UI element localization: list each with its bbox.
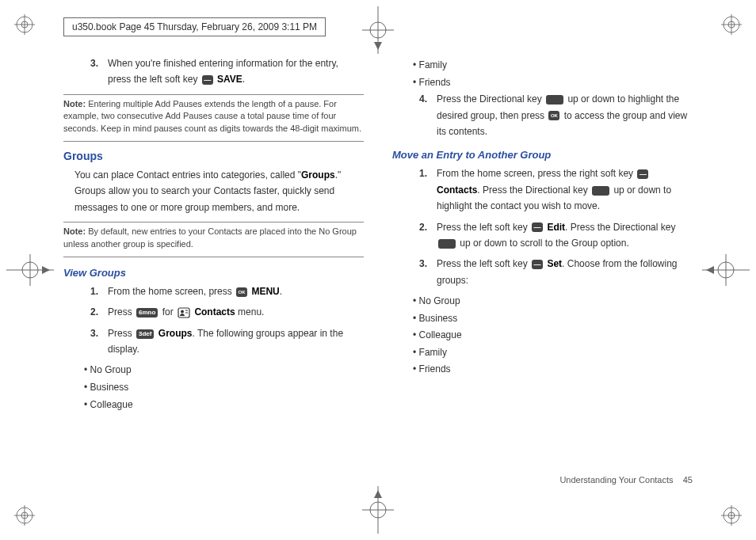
heading-view-groups: View Groups <box>63 267 364 279</box>
svg-marker-31 <box>374 490 382 498</box>
label-set: Set <box>547 258 562 269</box>
text: for <box>159 306 176 318</box>
label-groups: Groups <box>158 328 193 339</box>
side-crop-icon <box>354 6 402 54</box>
step: 3. When you're finished entering informa… <box>84 55 364 88</box>
svg-point-33 <box>181 310 184 314</box>
contacts-icon <box>178 307 190 318</box>
ok-key-icon <box>548 111 559 120</box>
note: Note: Entering multiple Add Pauses exten… <box>63 98 364 135</box>
step-text: Press the Directional key up or down to … <box>437 91 693 139</box>
list-item: Business <box>84 379 364 397</box>
step: 3. Press 3def Groups. The following grou… <box>84 325 364 358</box>
step: 4. Press the Directional key up or down … <box>413 91 693 139</box>
svg-marker-19 <box>42 266 50 274</box>
list-item: Business <box>413 310 693 328</box>
step-number: 3. <box>413 256 427 288</box>
note-text: Entering multiple Add Pauses extends the… <box>63 99 361 133</box>
bullet-list: Family Friends <box>392 57 693 91</box>
text: Press the left soft key <box>437 258 530 269</box>
step-text: Press the left soft key Set. Choose from… <box>437 256 693 288</box>
footer-section: Understanding Your Contacts <box>559 475 673 485</box>
text: Press the left soft key <box>437 222 530 233</box>
text: From the home screen, press the right so… <box>437 168 636 179</box>
list-item: Family <box>413 57 693 74</box>
bullet-list: No Group Business Colleague Family Frien… <box>392 293 693 378</box>
text: . <box>242 74 245 85</box>
side-crop-icon <box>6 246 54 294</box>
bullet-list: No Group Business Colleague <box>63 362 364 413</box>
text: menu. <box>235 306 265 318</box>
step-text: Press the left soft key Edit. Press the … <box>437 219 693 252</box>
label-contacts: Contacts <box>437 184 477 196</box>
soft-key-icon <box>637 169 648 179</box>
label-menu: MENU <box>251 286 279 297</box>
step: 1. From the home screen, press MENU. <box>84 283 364 299</box>
step: 1. From the home screen, press the right… <box>413 165 693 214</box>
divider <box>63 94 364 95</box>
list-item: Friends <box>413 361 693 378</box>
label-contacts: Contacts <box>194 306 235 318</box>
step-number: 1. <box>413 165 427 214</box>
digit-key-icon: 6mno <box>136 308 158 318</box>
note-text: By default, new entries to your Contacts… <box>63 226 357 248</box>
page-footer: Understanding Your Contacts 45 <box>559 475 693 485</box>
list-item: Colleague <box>413 327 693 344</box>
text-bold: Groups <box>301 169 335 181</box>
text: . <box>280 286 282 297</box>
step-number: 2. <box>84 304 98 320</box>
step-number: 1. <box>84 283 98 299</box>
text: Press <box>108 328 135 339</box>
directional-key-icon <box>438 239 456 249</box>
directional-key-icon <box>546 95 563 105</box>
draft-header: u350.book Page 45 Thursday, February 26,… <box>63 17 326 36</box>
soft-key-icon <box>532 260 543 269</box>
text: . Press the Directional key <box>565 222 675 233</box>
step-number: 3. <box>84 325 98 358</box>
list-item: Colleague <box>84 397 364 414</box>
text: Press <box>108 306 135 318</box>
step-text: Press 6mno for Contacts menu. <box>108 304 364 320</box>
text: up or down to scroll to the Group option… <box>457 238 629 249</box>
svg-marker-23 <box>706 266 714 274</box>
heading-move-entry: Move an Entry to Another Group <box>392 149 693 161</box>
soft-key-icon <box>532 222 543 232</box>
note-label: Note: <box>63 226 86 236</box>
paragraph: You can place Contact entries into categ… <box>63 167 364 215</box>
text: You can place Contact entries into categ… <box>74 169 301 181</box>
step-text: When you're finished entering informatio… <box>108 55 364 88</box>
divider <box>63 257 364 257</box>
step-text: From the home screen, press the right so… <box>437 165 693 214</box>
soft-key-icon <box>202 75 213 85</box>
divider <box>63 141 364 142</box>
note-label: Note: <box>63 99 86 108</box>
divider <box>63 222 364 222</box>
heading-groups: Groups <box>63 150 364 162</box>
label-edit: Edit <box>547 222 565 233</box>
note: Note: By default, new entries to your Co… <box>63 226 364 250</box>
digit-key-icon: 3def <box>136 329 154 339</box>
list-item: Family <box>413 344 693 362</box>
footer-page-number: 45 <box>683 475 693 485</box>
text: . Press the Directional key <box>477 184 590 196</box>
svg-marker-27 <box>374 42 382 50</box>
step-number: 4. <box>413 91 427 139</box>
crop-mark-icon <box>14 14 35 35</box>
crop-mark-icon <box>721 505 742 526</box>
list-item: Friends <box>413 74 693 92</box>
step: 3. Press the left soft key Set. Choose f… <box>413 256 693 288</box>
directional-key-icon <box>592 186 609 196</box>
page-content: 3. When you're finished entering informa… <box>63 55 693 485</box>
right-column: Family Friends 4. Press the Directional … <box>392 55 693 485</box>
step-text: From the home screen, press MENU. <box>108 283 364 299</box>
step: 2. Press 6mno for Contacts menu. <box>84 304 364 320</box>
side-crop-icon <box>702 246 750 294</box>
side-crop-icon <box>354 486 402 534</box>
step-text: Press 3def Groups. The following groups … <box>108 325 364 358</box>
step-number: 3. <box>84 55 98 88</box>
text: From the home screen, press <box>108 286 235 297</box>
crop-mark-icon <box>14 505 35 526</box>
list-item: No Group <box>413 293 693 310</box>
text: Press the Directional key <box>437 93 544 105</box>
step-number: 2. <box>413 219 427 252</box>
